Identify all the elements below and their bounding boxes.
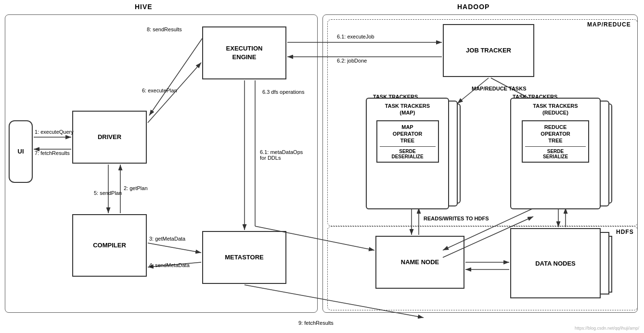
compiler-label: COMPILER (93, 241, 126, 250)
label-execute-plan: 6: executePlan (142, 88, 177, 93)
metastore-label: METASTORE (225, 253, 263, 262)
ui-label: UI (18, 147, 24, 156)
label-mapreduce-tasks: MAP/REDUCE TASKS (472, 86, 526, 91)
job-tracker-label: JOB TRACKER (466, 46, 511, 55)
execution-engine-box: EXECUTIONENGINE (202, 26, 286, 79)
label-send-metadata: 4: sendMetaData (149, 262, 190, 268)
data-nodes-label: DATA NODES (535, 260, 576, 267)
name-node-label: NAME NODE (401, 258, 439, 267)
hdfs-label: HDFS (616, 229, 634, 235)
label-fetch-results-ui: 7: fetchResults (35, 150, 70, 156)
label-get-plan: 2: getPlan (124, 185, 148, 191)
hive-label: HIVE (135, 3, 153, 11)
mapreduce-label: MAP/REDUCE (587, 21, 631, 28)
task-trackers-map-label: TASK TRACKERS(MAP) (385, 102, 430, 116)
metastore-box: METASTORE (202, 231, 286, 284)
label-send-plan: 5: sendPlan (94, 190, 122, 196)
diagram: HIVE HADOOP MAP/REDUCE HDFS UI DRIVER CO… (0, 0, 644, 333)
label-fetch-results-bottom: 9: fetchResults (298, 320, 334, 326)
compiler-box: COMPILER (72, 214, 147, 277)
ui-box: UI (9, 120, 33, 183)
task-trackers-reduce-label: TASK TRACKERS(REDUCE) (533, 102, 578, 116)
map-operator-tree-label: MAPOPERATORTREE (380, 124, 436, 144)
label-execute-query: 1: executeQuery (35, 129, 74, 135)
execution-engine-label: EXECUTIONENGINE (226, 44, 263, 62)
watermark: https://blog.csdn.net/qq/ihuji/amp/ (575, 326, 639, 331)
hadoop-label: HADOOP (457, 3, 489, 11)
job-tracker-box: JOB TRACKER (443, 24, 534, 77)
label-execute-job: 6.1: executeJob (337, 34, 374, 39)
label-get-metadata: 3: getMetaData (149, 236, 185, 242)
label-job-done: 6.2: jobDone (337, 58, 367, 64)
label-metadata-ops: 6.1: metaDataOpsfor DDLs (260, 149, 303, 161)
label-reads-writes: READS/WRITES TO HDFS (424, 216, 489, 221)
reduce-operator-tree-label: REDUCEOPERATORTREE (525, 124, 586, 144)
reduce-serde-label: SERDESERIALIZE (525, 149, 586, 159)
name-node-box: NAME NODE (375, 236, 464, 289)
label-dfs-ops: 6.3 dfs operations (262, 89, 304, 95)
driver-label: DRIVER (98, 133, 121, 141)
driver-box: DRIVER (72, 111, 147, 164)
label-send-results: 8: sendResults (147, 26, 182, 32)
map-serde-label: SERDEDESERIALIZE (380, 149, 436, 159)
